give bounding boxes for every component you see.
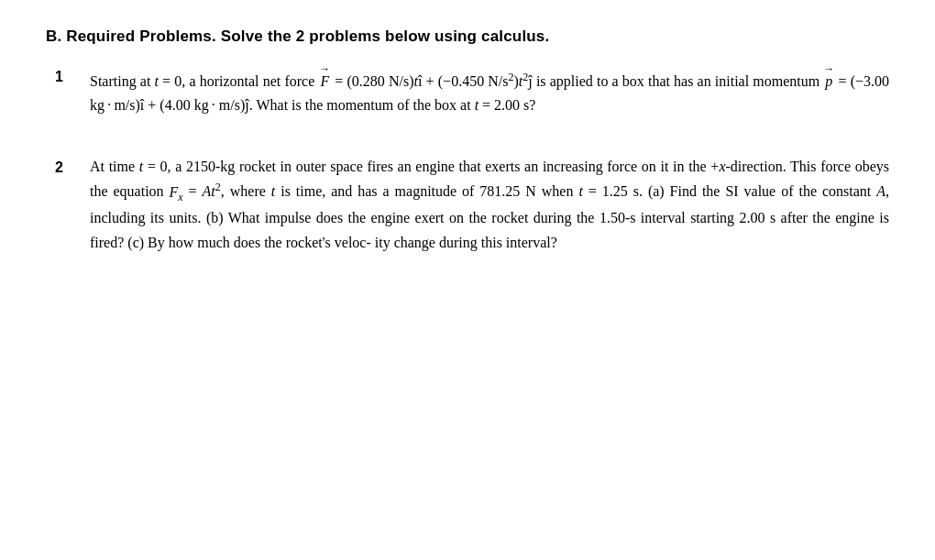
- p-symbol: p: [825, 73, 832, 89]
- var-t4: t: [475, 97, 478, 113]
- section-header: B. Required Problems. Solve the 2 proble…: [46, 27, 889, 46]
- var-t5: t: [139, 159, 143, 174]
- arrow-over-f: →: [319, 63, 330, 74]
- var-t: t: [155, 73, 159, 89]
- var-x: x: [719, 159, 725, 174]
- problem-2-number: 2: [55, 155, 82, 255]
- problems-container: 1 Starting at t = 0, a horizontal net fo…: [46, 64, 889, 255]
- problem-1-text: Starting at t = 0, a horizontal net forc…: [90, 64, 889, 118]
- force-fx: Fx: [170, 184, 183, 200]
- problem-2: 2 At time t = 0, a 2150-kg rocket in out…: [55, 155, 889, 255]
- const-a: A: [203, 184, 212, 200]
- var-t2: t: [414, 73, 418, 89]
- const-a2: A: [876, 184, 886, 200]
- momentum-vector: → p: [825, 64, 832, 93]
- arrow-over-p: →: [823, 63, 834, 74]
- problem-1: 1 Starting at t = 0, a horizontal net fo…: [55, 64, 889, 118]
- var-t8: t: [578, 184, 582, 200]
- section-container: B. Required Problems. Solve the 2 proble…: [46, 27, 889, 255]
- f-symbol: F: [320, 73, 329, 89]
- var-t7: t: [271, 184, 275, 200]
- force-vector: → F: [320, 64, 329, 93]
- problem-2-text: At time t = 0, a 2150-kg rocket in outer…: [90, 155, 889, 255]
- problem-1-number: 1: [55, 64, 82, 118]
